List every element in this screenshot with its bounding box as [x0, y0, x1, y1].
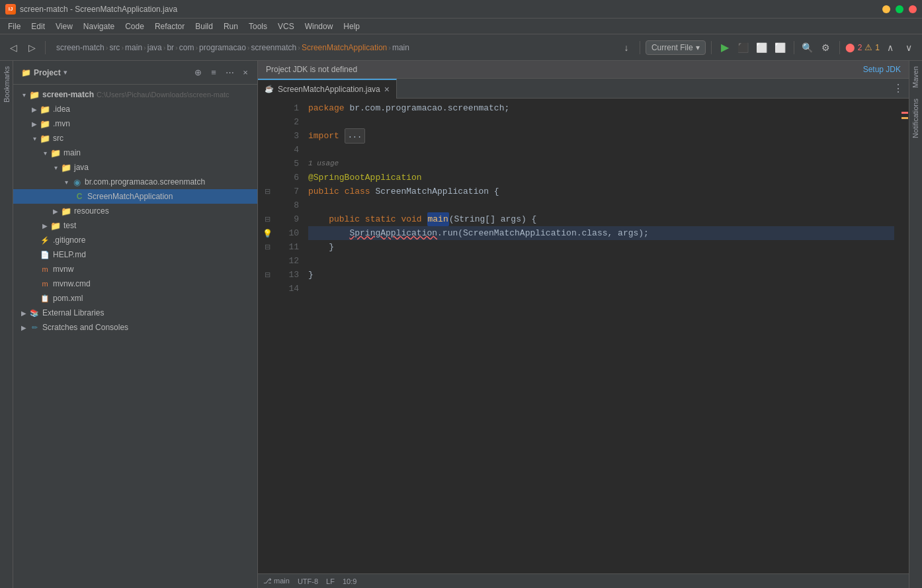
- menu-code[interactable]: Code: [120, 21, 149, 32]
- code-editor[interactable]: package br.com.programacao.screenmatch; …: [303, 99, 900, 573]
- breadcrumb-bar: screen-match › src › main › java › br › …: [51, 43, 616, 52]
- tree-scratches[interactable]: ▶ ✏ Scratches and Consoles: [13, 320, 257, 335]
- jdk-banner-text: Project JDK is not defined: [266, 65, 858, 74]
- gutter-8: [258, 198, 276, 212]
- debug-button[interactable]: ⬛: [735, 40, 751, 56]
- warning-indicator[interactable]: ⚠ 1: [864, 42, 880, 52]
- code-line-12: [308, 254, 894, 268]
- maven-tab[interactable]: Maven: [909, 61, 922, 93]
- tab-close-button[interactable]: ×: [384, 84, 390, 95]
- line-num-8: 8: [276, 198, 299, 212]
- tab-file-name: ScreenMatchApplication.java: [278, 85, 380, 94]
- tree-gitignore[interactable]: ⚡ .gitignore: [13, 233, 257, 247]
- sidebar-locate-button[interactable]: ⊕: [191, 66, 204, 79]
- tree-mvnw[interactable]: m mvnw: [13, 262, 257, 276]
- title-bar-left: IJ screen-match - ScreenMatchApplication…: [5, 4, 177, 15]
- breadcrumb-root[interactable]: screen-match: [56, 43, 105, 52]
- sidebar-dots-button[interactable]: ⋯: [223, 66, 236, 79]
- sidebar-collapse-button[interactable]: ≡: [207, 66, 220, 79]
- project-dropdown[interactable]: 📁 Project ▾: [19, 67, 70, 79]
- menu-build[interactable]: Build: [190, 21, 218, 32]
- status-line-separator[interactable]: LF: [326, 577, 335, 585]
- git-update-button[interactable]: ↓: [618, 40, 634, 56]
- tree-mvnw-arrow: [29, 264, 40, 274]
- spring-app-call: SpringApplication: [349, 226, 437, 240]
- gutter-11[interactable]: ⊟: [258, 240, 276, 254]
- java-folder-icon: 📁: [61, 162, 71, 173]
- breadcrumb-java[interactable]: java: [147, 43, 162, 52]
- import-collapsed[interactable]: ...: [345, 128, 366, 144]
- tree-src[interactable]: ▾ 📁 src: [13, 131, 257, 146]
- menu-run[interactable]: Run: [218, 21, 243, 32]
- error-count: 2: [858, 43, 862, 52]
- gutter-9[interactable]: ⊟: [258, 212, 276, 226]
- breadcrumb-programacao[interactable]: programacao: [199, 43, 246, 52]
- tree-root[interactable]: ▾ 📁 screen-match C:\Users\Pichau\Downloa…: [13, 87, 257, 102]
- coverage-button[interactable]: ⬜: [754, 40, 770, 56]
- tree-mvn[interactable]: ▶ 📁 .mvn: [13, 116, 257, 131]
- gutter-7[interactable]: ⊟: [258, 185, 276, 198]
- line-num-5: 5: [276, 157, 299, 171]
- bulb-icon[interactable]: 💡: [263, 229, 272, 238]
- notifications-tab[interactable]: Notifications: [909, 93, 922, 144]
- menu-tools[interactable]: Tools: [243, 21, 272, 32]
- menu-refactor[interactable]: Refactor: [149, 21, 190, 32]
- setup-jdk-link[interactable]: Setup JDK: [863, 65, 901, 74]
- status-cursor: 10:9: [343, 577, 356, 585]
- bookmarks-label[interactable]: Bookmarks: [3, 66, 11, 103]
- tree-java[interactable]: ▾ 📁 java: [13, 160, 257, 175]
- help-icon: 📄: [40, 249, 50, 260]
- editor-tab-main[interactable]: ☕ ScreenMatchApplication.java ×: [258, 79, 397, 99]
- error-indicator[interactable]: ⬤ 2: [845, 42, 862, 52]
- tree-resources[interactable]: ▶ 📁 resources: [13, 204, 257, 218]
- tree-screen-match-app[interactable]: C ScreenMatchApplication: [13, 189, 257, 204]
- tree-mvnw-cmd[interactable]: m mvnw.cmd: [13, 276, 257, 291]
- back-button[interactable]: ◁: [5, 40, 21, 56]
- menu-file[interactable]: File: [3, 21, 26, 32]
- tree-test[interactable]: ▶ 📁 test: [13, 218, 257, 233]
- run-button[interactable]: ▶: [717, 40, 733, 56]
- menu-help[interactable]: Help: [338, 21, 365, 32]
- breadcrumb-screenmatch[interactable]: screenmatch: [251, 43, 297, 52]
- tree-ext-arrow: ▶: [19, 308, 29, 318]
- search-everywhere-button[interactable]: 🔍: [800, 40, 816, 56]
- nav-up-button[interactable]: ∧: [882, 40, 898, 56]
- menu-edit[interactable]: Edit: [26, 21, 50, 32]
- close-button[interactable]: [909, 5, 917, 13]
- sidebar-hide-button[interactable]: ×: [239, 66, 252, 79]
- gutter-13[interactable]: ⊟: [258, 268, 276, 282]
- line-num-13: 13: [276, 268, 299, 282]
- tree-main[interactable]: ▾ 📁 main: [13, 146, 257, 160]
- breadcrumb-com[interactable]: com: [179, 43, 194, 52]
- status-encoding[interactable]: UTF-8: [298, 577, 318, 585]
- menu-vcs[interactable]: VCS: [272, 21, 300, 32]
- breadcrumb-class[interactable]: ScreenMatchApplication: [302, 43, 387, 52]
- code-line-8: [308, 198, 894, 212]
- minimize-button[interactable]: [882, 5, 890, 13]
- tree-idea[interactable]: ▶ 📁 .idea: [13, 102, 257, 116]
- forward-button[interactable]: ▷: [24, 40, 40, 56]
- tree-package[interactable]: ▾ ◉ br.com.programacao.screenmatch: [13, 175, 257, 189]
- breadcrumb-method[interactable]: main: [392, 43, 409, 52]
- tree-external-libs[interactable]: ▶ 📚 External Libraries: [13, 306, 257, 320]
- breadcrumb-main[interactable]: main: [125, 43, 142, 52]
- bookmarks-sidebar: Bookmarks: [0, 61, 13, 588]
- maximize-button[interactable]: [896, 5, 903, 13]
- code-line-1: package br.com.programacao.screenmatch;: [308, 101, 894, 115]
- profile-button[interactable]: ⬜: [773, 40, 788, 56]
- settings-button[interactable]: ⚙: [818, 40, 834, 56]
- gutter-10: 💡: [258, 226, 276, 240]
- tabs-more-button[interactable]: ⋮: [893, 82, 903, 95]
- tree-help-md[interactable]: 📄 HELP.md: [13, 247, 257, 262]
- tree-pom[interactable]: 📋 pom.xml: [13, 291, 257, 306]
- status-git[interactable]: ⎇ main: [263, 577, 290, 585]
- nav-down-button[interactable]: ∨: [901, 40, 917, 56]
- breadcrumb-br[interactable]: br: [167, 43, 174, 52]
- menu-navigate[interactable]: Navigate: [78, 21, 120, 32]
- breadcrumb-src[interactable]: src: [109, 43, 120, 52]
- menu-view[interactable]: View: [50, 21, 78, 32]
- menu-window[interactable]: Window: [300, 21, 339, 32]
- current-file-selector[interactable]: Current File ▾: [646, 40, 706, 55]
- project-icon: 📁: [21, 68, 31, 77]
- code-line-11: }: [308, 240, 894, 254]
